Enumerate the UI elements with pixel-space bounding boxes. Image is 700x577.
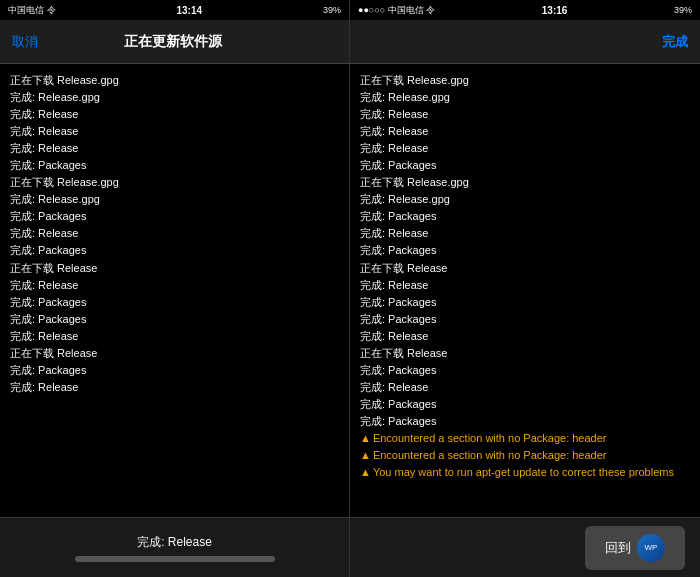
log-line: 完成: Packages xyxy=(10,157,339,174)
right-nav-bar: 完成 xyxy=(350,20,700,64)
return-button[interactable]: 回到 WP xyxy=(585,526,685,570)
left-progress-bar xyxy=(75,556,275,562)
log-line: 完成: Release xyxy=(360,225,690,242)
left-nav-bar: 取消 正在更新软件源 xyxy=(0,20,349,64)
log-line: 完成: Release xyxy=(360,328,690,345)
log-line: 正在下载 Release xyxy=(10,345,339,362)
right-status-left: ●●○○○ 中国电信 令 xyxy=(358,4,435,17)
log-line: 完成: Packages xyxy=(360,294,690,311)
log-line: 完成: Release.gpg xyxy=(360,191,690,208)
log-line: 正在下载 Release.gpg xyxy=(360,72,690,89)
right-battery: 39% xyxy=(674,5,692,15)
log-line: 正在下载 Release.gpg xyxy=(10,72,339,89)
left-log-lines: 正在下载 Release.gpg完成: Release.gpg完成: Relea… xyxy=(10,72,339,509)
right-time: 13:16 xyxy=(542,5,568,16)
log-line: 完成: Release xyxy=(360,140,690,157)
log-line: 完成: Release xyxy=(10,123,339,140)
warning-line: ▲Encountered a section with no Package: … xyxy=(360,447,690,464)
log-line: 完成: Release xyxy=(10,277,339,294)
log-line: 完成: Packages xyxy=(10,311,339,328)
log-line: 完成: Packages xyxy=(360,157,690,174)
log-line: 完成: Packages xyxy=(10,242,339,259)
log-line: 正在下载 Release xyxy=(10,260,339,277)
log-line: 完成: Packages xyxy=(10,208,339,225)
log-line: 完成: Release xyxy=(10,225,339,242)
right-log-lines: 正在下载 Release.gpg完成: Release.gpg完成: Relea… xyxy=(360,72,690,509)
log-line: 完成: Release.gpg xyxy=(10,89,339,106)
right-status-bar: ●●○○○ 中国电信 令 13:16 39% xyxy=(350,0,700,20)
log-line: 完成: Release xyxy=(360,277,690,294)
left-carrier: 中国电信 令 xyxy=(8,4,56,17)
log-line: 完成: Release xyxy=(10,379,339,396)
warning-line: ▲You may want to run apt-get update to c… xyxy=(360,464,690,481)
right-bottom-bar: 回到 WP xyxy=(350,517,700,577)
right-status-right: 39% xyxy=(674,5,692,15)
log-line: 正在下载 Release.gpg xyxy=(360,174,690,191)
cancel-button[interactable]: 取消 xyxy=(12,33,38,51)
left-time: 13:14 xyxy=(176,5,202,16)
warning-line: ▲Encountered a section with no Package: … xyxy=(360,430,690,447)
left-battery: 39% xyxy=(323,5,341,15)
log-line: 完成: Packages xyxy=(10,362,339,379)
log-line: 完成: Release.gpg xyxy=(360,89,690,106)
left-bottom-bar: 完成: Release xyxy=(0,517,349,577)
left-content-area: 正在下载 Release.gpg完成: Release.gpg完成: Relea… xyxy=(0,64,349,517)
watermark-icon: WP xyxy=(637,534,665,562)
log-line: 完成: Packages xyxy=(360,208,690,225)
log-line: 完成: Packages xyxy=(10,294,339,311)
right-phone-panel: ●●○○○ 中国电信 令 13:16 39% 完成 正在下载 Release.g… xyxy=(350,0,700,577)
right-content-area: 正在下载 Release.gpg完成: Release.gpg完成: Relea… xyxy=(350,64,700,517)
log-line: 完成: Packages xyxy=(360,413,690,430)
left-status-bar: 中国电信 令 13:14 39% xyxy=(0,0,349,20)
return-button-label: 回到 xyxy=(605,539,631,557)
right-carrier: ●●○○○ 中国电信 令 xyxy=(358,4,435,17)
log-line: 正在下载 Release xyxy=(360,260,690,277)
log-line: 完成: Release xyxy=(360,379,690,396)
left-bottom-status: 完成: Release xyxy=(137,534,212,551)
left-nav-title: 正在更新软件源 xyxy=(124,33,222,51)
log-line: 完成: Release.gpg xyxy=(10,191,339,208)
left-phone-panel: 中国电信 令 13:14 39% 取消 正在更新软件源 正在下载 Release… xyxy=(0,0,350,577)
left-progress-fill xyxy=(75,556,275,562)
log-line: 完成: Packages xyxy=(360,311,690,328)
log-line: 正在下载 Release xyxy=(360,345,690,362)
log-line: 完成: Release xyxy=(10,328,339,345)
left-status-right: 39% xyxy=(323,5,341,15)
log-line: 完成: Packages xyxy=(360,242,690,259)
log-line: 完成: Release xyxy=(10,106,339,123)
left-status-left: 中国电信 令 xyxy=(8,4,56,17)
done-button[interactable]: 完成 xyxy=(662,33,688,51)
log-line: 完成: Release xyxy=(10,140,339,157)
log-line: 正在下载 Release.gpg xyxy=(10,174,339,191)
log-line: 完成: Release xyxy=(360,106,690,123)
log-line: 完成: Packages xyxy=(360,362,690,379)
log-line: 完成: Release xyxy=(360,123,690,140)
log-line: 完成: Packages xyxy=(360,396,690,413)
